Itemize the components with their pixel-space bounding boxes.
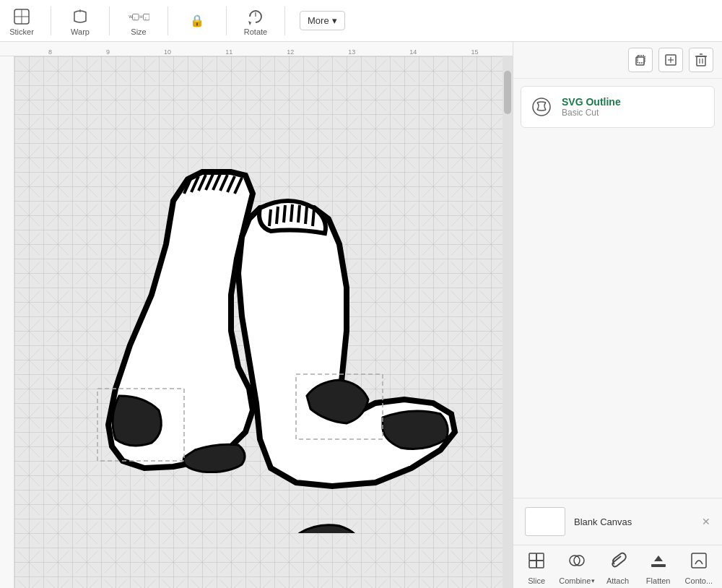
svg-rect-41 bbox=[536, 553, 544, 561]
svg-rect-43 bbox=[536, 561, 544, 568]
move-layer-button[interactable] bbox=[658, 48, 683, 72]
attach-label: Attach bbox=[606, 576, 629, 585]
ruler-tick-12: 12 bbox=[287, 48, 294, 56]
layer-item-svg-outline[interactable]: SVG Outline Basic Cut bbox=[521, 86, 715, 128]
lock-icon: 🔒 bbox=[186, 10, 208, 32]
svg-marker-47 bbox=[654, 555, 663, 561]
svg-rect-42 bbox=[529, 561, 536, 568]
flatten-icon bbox=[649, 551, 668, 574]
svg-line-25 bbox=[305, 207, 307, 224]
ruler-tick-14: 14 bbox=[409, 48, 417, 56]
combine-label: Combine bbox=[559, 576, 591, 585]
sticker-label: Sticker bbox=[9, 27, 34, 36]
delete-layer-button[interactable] bbox=[689, 48, 713, 72]
bottom-toolbar: Slice Combine ▾ Attach bbox=[513, 545, 722, 588]
toolbar-sep-2 bbox=[109, 7, 110, 35]
svg-rect-40 bbox=[529, 553, 536, 561]
rotate-icon bbox=[245, 6, 266, 27]
sock-right bbox=[238, 201, 455, 533]
duplicate-layer-button[interactable] bbox=[628, 48, 653, 72]
size-icon: W H ↕ ↕ bbox=[128, 6, 149, 27]
blank-canvas-label: Blank Canvas bbox=[574, 516, 632, 527]
canvas-area[interactable] bbox=[14, 56, 513, 588]
svg-rect-46 bbox=[651, 564, 666, 567]
ruler-tick-9: 9 bbox=[106, 48, 110, 56]
svg-text:H: H bbox=[139, 14, 142, 19]
warp-icon bbox=[69, 6, 91, 27]
combine-button[interactable]: Combine ▾ bbox=[559, 551, 595, 585]
sticker-icon bbox=[11, 6, 32, 27]
combine-arrow: ▾ bbox=[591, 577, 595, 584]
lock-tool[interactable]: 🔒 bbox=[183, 10, 212, 32]
svg-line-24 bbox=[298, 205, 300, 222]
svg-line-22 bbox=[284, 205, 285, 222]
toolbar-sep-3 bbox=[168, 7, 168, 35]
layer-type: Basic Cut bbox=[562, 108, 621, 118]
top-toolbar: Sticker Warp W H ↕ ↕ Size 🔒 bbox=[0, 0, 722, 42]
size-label: Size bbox=[131, 27, 146, 36]
attach-button[interactable]: Attach bbox=[600, 551, 636, 585]
toolbar-sep-4 bbox=[226, 7, 227, 35]
svg-line-21 bbox=[277, 207, 278, 224]
sticker-tool[interactable]: Sticker bbox=[7, 6, 36, 36]
layer-toolbar bbox=[513, 42, 722, 79]
ruler-tick-13: 13 bbox=[348, 48, 355, 56]
ruler-vertical bbox=[0, 42, 14, 588]
right-panel: Layers Color Sync ✕ bbox=[513, 0, 722, 588]
layer-item-icon bbox=[529, 94, 554, 120]
svg-rect-34 bbox=[697, 56, 705, 66]
sock-left bbox=[108, 172, 253, 472]
svg-line-26 bbox=[313, 209, 314, 226]
rotate-label: Rotate bbox=[244, 27, 267, 36]
ruler-horizontal: 8 9 10 11 12 13 14 15 bbox=[0, 42, 513, 56]
ruler-tick-15: 15 bbox=[471, 48, 478, 56]
layer-list: SVG Outline Basic Cut bbox=[513, 79, 722, 498]
more-label: More bbox=[308, 15, 329, 26]
warp-tool[interactable]: Warp bbox=[66, 6, 95, 36]
svg-text:↕: ↕ bbox=[134, 15, 136, 20]
more-arrow: ▾ bbox=[332, 15, 337, 26]
blank-canvas-section: Blank Canvas ✕ bbox=[513, 498, 722, 545]
blank-canvas-close-button[interactable]: ✕ bbox=[702, 516, 710, 527]
blank-canvas-item[interactable]: Blank Canvas ✕ bbox=[525, 507, 710, 536]
slice-button[interactable]: Slice bbox=[518, 551, 554, 585]
svg-line-23 bbox=[291, 204, 292, 222]
svg-marker-10 bbox=[248, 21, 251, 25]
scroll-thumb[interactable] bbox=[504, 71, 511, 114]
svg-text:↕: ↕ bbox=[144, 15, 147, 20]
toolbar-sep-5 bbox=[284, 7, 285, 35]
ruler-tick-10: 10 bbox=[164, 48, 171, 56]
warp-label: Warp bbox=[71, 27, 90, 36]
slice-label: Slice bbox=[528, 576, 545, 585]
sock-illustration[interactable] bbox=[58, 114, 477, 533]
layer-info: SVG Outline Basic Cut bbox=[562, 96, 621, 118]
ruler-tick-8: 8 bbox=[48, 48, 52, 56]
contour-icon bbox=[690, 551, 708, 574]
contour-label: Conto... bbox=[685, 576, 713, 585]
layer-name: SVG Outline bbox=[562, 96, 621, 108]
toolbar-sep-1 bbox=[51, 7, 51, 35]
more-button[interactable]: More ▾ bbox=[300, 11, 345, 30]
attach-icon bbox=[609, 551, 627, 574]
combine-icon bbox=[567, 551, 586, 574]
contour-button[interactable]: Conto... bbox=[681, 551, 717, 585]
rotate-tool[interactable]: Rotate bbox=[241, 6, 270, 36]
scrollbar-vertical[interactable] bbox=[503, 56, 513, 588]
ruler-tick-11: 11 bbox=[225, 48, 232, 56]
blank-canvas-thumbnail bbox=[525, 507, 565, 536]
size-tool[interactable]: W H ↕ ↕ Size bbox=[124, 6, 153, 36]
flatten-button[interactable]: Flatten bbox=[640, 551, 677, 585]
svg-point-39 bbox=[533, 98, 550, 116]
flatten-label: Flatten bbox=[646, 576, 671, 585]
slice-icon bbox=[527, 551, 546, 574]
svg-line-20 bbox=[269, 209, 271, 226]
